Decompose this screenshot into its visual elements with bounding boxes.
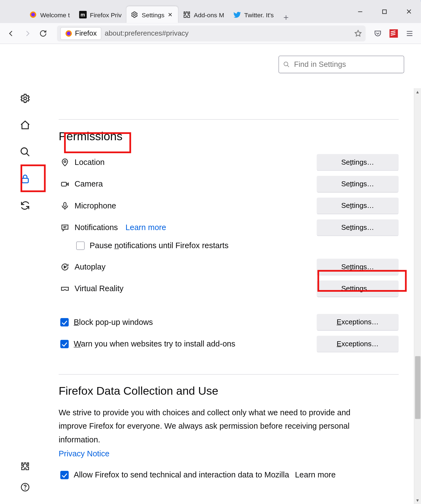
tab-label: Welcome t: [40, 11, 70, 18]
identity-label: Firefox: [75, 29, 97, 38]
pause-notifications-checkbox[interactable]: [76, 242, 85, 250]
notification-icon: [59, 223, 71, 232]
data-learn-more-link[interactable]: Learn more: [295, 470, 335, 480]
permission-row-autoplay: Autoplay Settings…: [59, 256, 399, 278]
m-icon: m: [79, 11, 87, 19]
microphone-settings-button[interactable]: Settings…: [317, 197, 399, 214]
notifications-settings-button[interactable]: Settings…: [317, 219, 399, 236]
allow-send-data-label: Allow Firefox to send technical and inte…: [74, 470, 289, 480]
category-search[interactable]: [17, 144, 33, 160]
svg-point-13: [21, 148, 27, 154]
tab-addons[interactable]: Add-ons M: [179, 6, 228, 23]
svg-point-2: [134, 14, 136, 16]
svg-line-19: [287, 65, 289, 67]
tab-label: Firefox Priv: [90, 11, 122, 18]
svg-line-14: [27, 153, 29, 156]
vr-icon: [59, 284, 71, 294]
maximize-button[interactable]: [372, 0, 397, 23]
vertical-scrollbar[interactable]: ▲ ▼: [414, 88, 421, 504]
block-popups-checkbox[interactable]: [60, 318, 69, 327]
back-button[interactable]: [3, 25, 19, 41]
firefox-icon: [29, 11, 37, 19]
category-sidebar: [0, 44, 50, 504]
warn-addons-row: Warn you when websites try to install ad…: [59, 333, 399, 355]
scroll-thumb[interactable]: [415, 356, 420, 419]
settings-search-input[interactable]: [293, 60, 400, 69]
permission-row-microphone: Microphone Settings…: [59, 195, 399, 217]
reload-button[interactable]: [35, 25, 51, 41]
pocket-button[interactable]: [370, 25, 386, 41]
url-text: about:preferences#privacy: [105, 29, 189, 38]
svg-rect-22: [64, 202, 66, 207]
tab-settings[interactable]: Settings ✕: [127, 6, 178, 23]
allow-send-data-checkbox[interactable]: [60, 471, 69, 479]
tab-label: Twitter. It's: [244, 11, 274, 18]
tab-strip: Welcome t m Firefox Priv Settings ✕ Add-: [0, 0, 293, 23]
permission-label: Location: [75, 158, 105, 167]
close-window-button[interactable]: [397, 0, 421, 23]
notifications-learn-more-link[interactable]: Learn more: [126, 223, 166, 232]
tab-close-icon[interactable]: ✕: [167, 11, 173, 18]
svg-point-18: [284, 62, 288, 66]
app-menu-button[interactable]: [402, 25, 417, 41]
camera-settings-button[interactable]: Settings…: [317, 176, 399, 193]
settings-search[interactable]: [278, 56, 404, 73]
preferences-content: Permissions Location Settings… Camera Se…: [0, 44, 421, 504]
block-popups-row: Block pop-up windows Exceptions…: [59, 311, 399, 333]
minimize-button[interactable]: [348, 0, 372, 23]
titlebar: Welcome t m Firefox Priv Settings ✕ Add-: [0, 0, 421, 23]
forward-button[interactable]: [19, 25, 35, 41]
autoplay-icon: [59, 262, 71, 272]
category-general[interactable]: [17, 90, 33, 107]
location-settings-button[interactable]: Settings…: [317, 154, 399, 171]
permission-row-notifications: Notifications Learn more Settings…: [59, 217, 399, 239]
url-bar[interactable]: Firefox about:preferences#privacy: [57, 25, 366, 41]
svg-rect-15: [22, 178, 28, 183]
bookmark-star-icon[interactable]: [354, 29, 362, 38]
noscript-icon: [389, 29, 398, 38]
svg-point-12: [24, 97, 27, 100]
allow-send-data-row: Allow Firefox to send technical and inte…: [59, 464, 399, 486]
data-collection-heading: Firefox Data Collection and Use: [59, 385, 399, 397]
category-home[interactable]: [17, 117, 33, 133]
category-privacy[interactable]: [17, 170, 33, 187]
tab-twitter[interactable]: Twitter. It's: [229, 6, 278, 23]
new-tab-button[interactable]: ＋: [279, 12, 293, 23]
data-collection-description: We strive to provide you with choices an…: [59, 406, 369, 446]
section-divider: [59, 119, 399, 120]
microphone-icon: [59, 201, 71, 211]
tab-firefox-privacy[interactable]: m Firefox Priv: [75, 6, 126, 23]
category-sync[interactable]: [17, 197, 33, 214]
identity-box[interactable]: Firefox: [60, 27, 101, 40]
privacy-notice-link[interactable]: Privacy Notice: [59, 449, 110, 458]
section-divider: [59, 374, 399, 375]
popups-exceptions-button[interactable]: Exceptions…: [317, 314, 399, 331]
svg-point-20: [64, 161, 66, 163]
svg-point-1: [31, 13, 35, 17]
warn-addons-checkbox[interactable]: [60, 340, 69, 348]
extension-button[interactable]: [386, 25, 402, 41]
tab-label: Add-ons M: [194, 11, 224, 18]
puzzle-icon: [183, 11, 190, 19]
firefox-icon: [65, 30, 73, 37]
gear-icon: [131, 11, 138, 19]
scroll-up-arrow[interactable]: ▲: [414, 88, 421, 95]
twitter-icon: [233, 11, 241, 19]
camera-icon: [59, 180, 71, 189]
svg-rect-21: [61, 182, 66, 186]
svg-point-8: [67, 31, 71, 35]
vr-settings-button[interactable]: Settings…: [317, 280, 399, 297]
autoplay-settings-button[interactable]: Settings…: [317, 259, 399, 275]
main-pane: Permissions Location Settings… Camera Se…: [50, 44, 421, 504]
permission-label: Autoplay: [75, 262, 106, 272]
pause-notifications-label: Pause notifications until Firefox restar…: [90, 241, 229, 250]
addons-exceptions-button[interactable]: Exceptions…: [317, 336, 399, 352]
help-button[interactable]: [17, 479, 33, 496]
addons-shortcut[interactable]: [17, 458, 33, 475]
tab-label: Settings: [142, 11, 164, 18]
permission-label: Microphone: [75, 201, 116, 211]
scroll-down-arrow[interactable]: ▼: [414, 497, 421, 504]
search-icon: [283, 61, 290, 68]
tab-welcome[interactable]: Welcome t: [25, 6, 74, 23]
window-controls: [348, 0, 421, 23]
